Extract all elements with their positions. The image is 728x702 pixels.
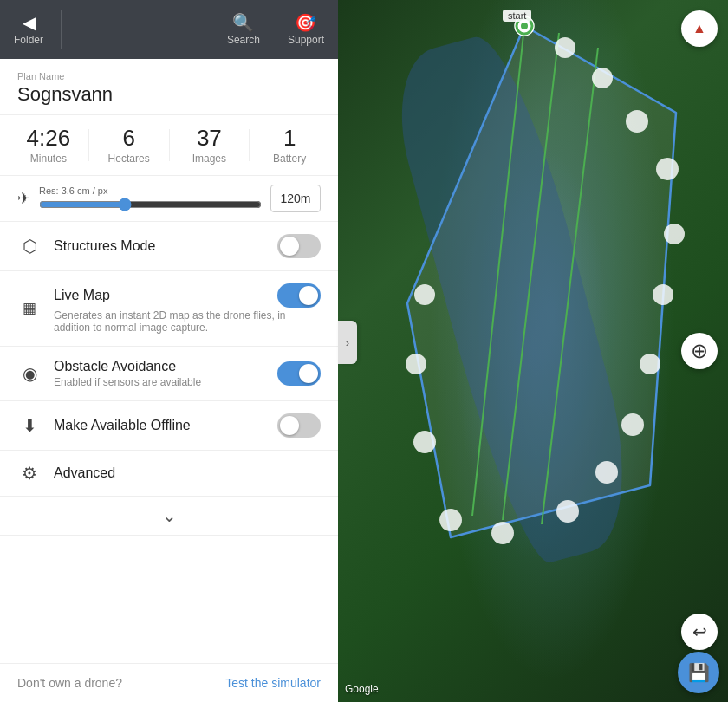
structures-mode-item: ⬡ Structures Mode	[0, 222, 338, 271]
images-value: 37	[197, 126, 222, 151]
stat-hectares: 6 Hectares	[89, 126, 169, 165]
advanced-title: Advanced	[54, 465, 321, 481]
svg-point-17	[413, 431, 436, 453]
search-icon: 🔍	[232, 14, 254, 31]
svg-marker-0	[407, 26, 676, 537]
structures-mode-content: Structures Mode	[54, 238, 265, 254]
svg-point-12	[621, 413, 644, 436]
altitude-slider[interactable]	[39, 198, 262, 211]
live-map-content: Live Map Generates an instant 2D map as …	[54, 283, 321, 334]
svg-point-11	[640, 354, 660, 374]
svg-point-15	[491, 522, 514, 544]
live-map-icon: ▦	[17, 299, 42, 317]
map-area[interactable]: start ▲ ⊕ ↩ 💾 Google	[338, 0, 728, 702]
drone-text: Don't own a drone?	[17, 676, 122, 690]
plan-name-label: Plan Name	[17, 71, 321, 81]
simulator-link[interactable]: Test the simulator	[225, 676, 321, 690]
collapse-tab[interactable]: ›	[338, 321, 357, 364]
svg-point-14	[556, 500, 579, 523]
structures-mode-title: Structures Mode	[54, 238, 265, 254]
support-icon: 🎯	[295, 14, 316, 31]
back-icon: ◀	[23, 14, 36, 31]
advanced-content: Advanced	[54, 465, 321, 481]
advanced-icon: ⚙	[17, 463, 42, 484]
move-button[interactable]: ⊕	[681, 333, 718, 369]
offline-toggle[interactable]	[277, 413, 321, 438]
north-button[interactable]: ▲	[681, 10, 718, 47]
svg-point-7	[626, 110, 648, 133]
svg-point-8	[656, 158, 679, 180]
battery-value: 1	[283, 126, 296, 151]
support-label: Support	[288, 34, 324, 46]
minutes-value: 4:26	[27, 126, 71, 151]
images-label: Images	[192, 153, 226, 165]
advanced-item[interactable]: ⚙ Advanced	[0, 451, 338, 497]
folder-nav-item[interactable]: ◀ Folder	[0, 10, 62, 49]
svg-point-6	[592, 68, 613, 88]
slider-container: Res: 3.6 cm / px	[39, 185, 262, 211]
obstacle-avoidance-title: Obstacle Avoidance	[54, 359, 265, 374]
north-icon: ▲	[692, 21, 706, 36]
move-icon: ⊕	[691, 339, 708, 363]
altitude-input[interactable]	[270, 185, 321, 212]
res-label: Res: 3.6 cm / px	[39, 185, 262, 196]
stats-row: 4:26 Minutes 6 Hectares 37 Images 1 Batt…	[0, 115, 338, 176]
save-button[interactable]: 💾	[678, 652, 719, 693]
offline-icon: ⬇	[17, 415, 42, 436]
chevron-section[interactable]: ⌄	[0, 497, 338, 536]
offline-item: ⬇ Make Available Offline	[0, 401, 338, 451]
save-icon: 💾	[688, 662, 710, 683]
live-map-toggle[interactable]	[277, 283, 321, 308]
collapse-icon: ›	[346, 336, 349, 349]
hectares-label: Hectares	[108, 153, 150, 165]
svg-point-10	[653, 284, 673, 305]
obstacle-avoidance-sub: Enabled if sensors are available	[54, 376, 265, 388]
live-map-item: ▦ Live Map Generates an instant 2D map a…	[0, 271, 338, 347]
search-nav-item[interactable]: 🔍 Search	[213, 10, 274, 49]
live-map-title: Live Map	[54, 288, 277, 303]
chevron-down-icon: ⌄	[162, 505, 177, 526]
structures-icon: ⬡	[17, 236, 42, 257]
svg-point-16	[439, 509, 462, 531]
folder-label: Folder	[14, 34, 43, 46]
svg-point-19	[414, 284, 435, 305]
altitude-section: ✈ Res: 3.6 cm / px	[0, 176, 338, 222]
undo-button[interactable]: ↩	[681, 614, 718, 650]
hectares-value: 6	[122, 126, 134, 151]
start-label: start	[503, 7, 531, 23]
offline-content: Make Available Offline	[54, 418, 265, 433]
undo-icon: ↩	[692, 621, 707, 642]
stat-minutes: 4:26 Minutes	[9, 126, 88, 165]
obstacle-avoidance-content: Obstacle Avoidance Enabled if sensors ar…	[54, 359, 265, 388]
svg-point-18	[406, 354, 426, 374]
structures-mode-toggle[interactable]	[277, 234, 321, 258]
start-text: start	[503, 10, 531, 22]
obstacle-avoidance-item: ◉ Obstacle Avoidance Enabled if sensors …	[0, 347, 338, 401]
sidebar: ◀ Folder 🔍 Search 🎯 Support › Plan Name …	[0, 0, 338, 702]
stat-images: 37 Images	[170, 126, 250, 165]
svg-point-9	[664, 224, 685, 244]
search-label: Search	[227, 34, 260, 46]
stat-battery: 1 Battery	[250, 126, 329, 165]
minutes-label: Minutes	[30, 153, 67, 165]
live-map-description: Generates an instant 2D map as the drone…	[54, 309, 321, 334]
svg-point-21	[521, 23, 528, 29]
support-nav-item[interactable]: 🎯 Support	[274, 10, 338, 49]
offline-title: Make Available Offline	[54, 418, 265, 433]
plan-section: Plan Name Sognsvann	[0, 59, 338, 115]
flight-path-svg	[338, 0, 728, 702]
plan-name[interactable]: Sognsvann	[17, 83, 321, 106]
top-nav: ◀ Folder 🔍 Search 🎯 Support ›	[0, 0, 338, 59]
battery-label: Battery	[273, 153, 306, 165]
obstacle-icon: ◉	[17, 363, 42, 384]
google-label: Google	[345, 683, 379, 695]
obstacle-avoidance-toggle[interactable]	[277, 361, 321, 386]
altitude-icon: ✈	[17, 189, 30, 208]
svg-point-13	[595, 461, 618, 484]
svg-point-5	[555, 37, 575, 58]
bottom-bar: Don't own a drone? Test the simulator	[0, 663, 338, 702]
